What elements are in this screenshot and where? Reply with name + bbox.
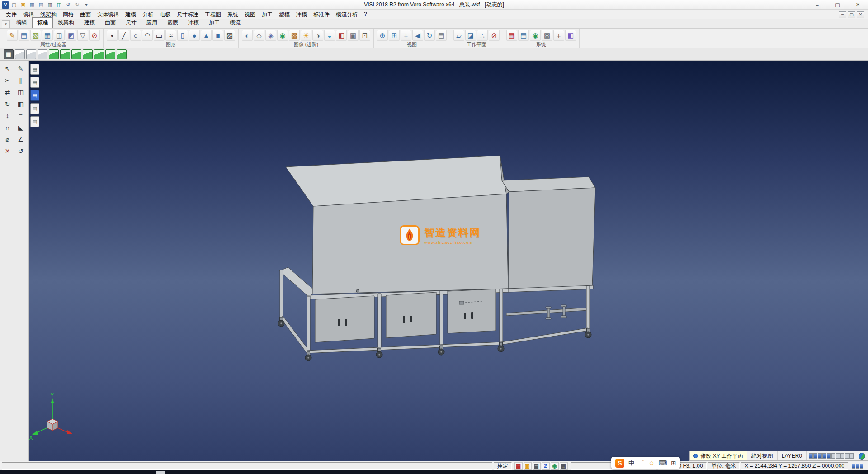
menu-flow-analysis[interactable]: 模流分析 bbox=[333, 9, 361, 20]
back-view-cube-icon[interactable] bbox=[71, 49, 81, 59]
status-world-icon[interactable]: ◉ bbox=[551, 462, 559, 470]
tab-surface[interactable]: 曲面 bbox=[100, 17, 121, 28]
trim-icon[interactable]: ✂ bbox=[1, 75, 14, 86]
cylinder-icon[interactable]: ▯ bbox=[177, 30, 188, 41]
workplane-3points-icon[interactable]: ∴ bbox=[477, 30, 488, 41]
status-snap-icon[interactable]: ▣ bbox=[524, 462, 532, 470]
curve-icon[interactable]: ≈ bbox=[165, 30, 176, 41]
maximize-button[interactable]: ▢ bbox=[827, 0, 848, 9]
close-button[interactable]: ✕ bbox=[848, 0, 868, 9]
view-list-icon[interactable]: ▤ bbox=[436, 30, 447, 41]
system-grid-icon[interactable]: ▩ bbox=[542, 30, 552, 41]
left-view-cube-icon[interactable] bbox=[83, 49, 93, 59]
right-view-cube-icon[interactable] bbox=[94, 49, 104, 59]
stretch-icon[interactable]: ↕ bbox=[1, 110, 14, 121]
regen-icon[interactable]: ↺ bbox=[14, 146, 27, 156]
filter-chip-icon-4[interactable]: ▤ bbox=[30, 103, 39, 114]
tab-molding[interactable]: 塑膜 bbox=[162, 17, 183, 28]
system-snap-icon[interactable]: + bbox=[553, 30, 564, 41]
table-top-corner[interactable] bbox=[279, 267, 316, 296]
rotate-view-icon[interactable]: ↻ bbox=[424, 30, 435, 41]
status-layers-icon[interactable]: ▤ bbox=[533, 462, 541, 470]
color-filter-icon[interactable]: ▧ bbox=[30, 30, 41, 41]
menu-machining[interactable]: 加工 bbox=[259, 9, 276, 20]
tab-standard[interactable]: 标准 bbox=[32, 17, 53, 28]
menu-standard-parts[interactable]: 标准件 bbox=[310, 9, 333, 20]
cone-icon[interactable]: ▲ bbox=[201, 30, 212, 41]
parallel-icon[interactable]: ∥ bbox=[14, 75, 27, 86]
iso-view-cube-icon[interactable] bbox=[49, 49, 59, 59]
undo-icon[interactable]: ↺ bbox=[64, 1, 72, 9]
mdi-minimize-button[interactable]: – bbox=[839, 11, 846, 18]
tab-application[interactable]: 应用 bbox=[142, 17, 162, 28]
mdi-close-button[interactable]: ✕ bbox=[857, 11, 864, 18]
save-all-icon[interactable]: ▤ bbox=[37, 1, 45, 9]
frame-rail-back[interactable] bbox=[506, 308, 588, 316]
menu-help[interactable]: ? bbox=[361, 9, 370, 20]
frame-leg-front-4[interactable] bbox=[500, 289, 503, 345]
lights-icon[interactable]: ☀ bbox=[301, 30, 311, 41]
viewport-3d[interactable]: Y X ▤▤▤▤▤ 智造资料网 www.zhizaoziliao.com bbox=[29, 61, 868, 461]
workplane-off-icon[interactable]: ⊘ bbox=[489, 30, 500, 41]
diameter-measure-icon[interactable]: ⌀ bbox=[1, 134, 14, 145]
surface-icon[interactable]: ▨ bbox=[224, 30, 235, 41]
cad-model-canvas[interactable]: Y X bbox=[29, 61, 868, 461]
angle-measure-icon[interactable]: ∠ bbox=[14, 134, 27, 145]
tab-edit[interactable]: 编辑 bbox=[11, 17, 32, 28]
filter-reset-icon[interactable]: ⊘ bbox=[89, 30, 100, 41]
ime-toolbox-icon[interactable]: ⊞ bbox=[671, 460, 676, 466]
tab-die[interactable]: 冲模 bbox=[183, 17, 204, 28]
system-colors-icon[interactable]: ▦ bbox=[506, 30, 517, 41]
preview-icon[interactable]: ◫ bbox=[55, 1, 63, 9]
render-icon[interactable]: ◉ bbox=[277, 30, 288, 41]
delete-icon[interactable]: ✕ bbox=[1, 146, 14, 156]
filter-chip-icon-5[interactable]: ▤ bbox=[30, 116, 39, 127]
layer-filter-icon[interactable]: ▦ bbox=[42, 30, 53, 41]
minimize-button[interactable]: – bbox=[807, 0, 827, 9]
front-panel-3[interactable] bbox=[448, 289, 496, 333]
open-file-icon[interactable]: ▣ bbox=[19, 1, 27, 9]
element-filter-icon[interactable]: ◫ bbox=[54, 30, 65, 41]
transparency-icon[interactable]: ◒ bbox=[324, 30, 335, 41]
zoom-window-icon[interactable]: ⊞ bbox=[389, 30, 400, 41]
frame-leg-back-left[interactable] bbox=[280, 270, 283, 318]
redo-icon[interactable]: ↻ bbox=[73, 1, 81, 9]
bottom-view-cube-icon[interactable] bbox=[117, 49, 127, 59]
previous-view-icon[interactable]: ◀ bbox=[412, 30, 423, 41]
zoom-all-icon[interactable]: ⊕ bbox=[377, 30, 388, 41]
system-layers-icon[interactable]: ▤ bbox=[518, 30, 529, 41]
sogou-logo-icon[interactable]: S bbox=[615, 459, 624, 468]
ime-lang-indicator[interactable]: 中 bbox=[628, 460, 634, 466]
workplane-standard-icon[interactable]: ▱ bbox=[453, 30, 464, 41]
tab-overflow-arrow-icon[interactable]: ▾ bbox=[2, 20, 10, 28]
wireframe-mode-icon[interactable]: ◇ bbox=[254, 30, 264, 41]
mask-filter-icon[interactable]: ▽ bbox=[77, 30, 88, 41]
menu-die[interactable]: 冲模 bbox=[293, 9, 310, 20]
rotate-icon[interactable]: ↻ bbox=[1, 99, 14, 109]
tab-dimension[interactable]: 尺寸 bbox=[121, 17, 142, 28]
frame-rail-bottom-right[interactable] bbox=[502, 328, 588, 345]
view-mode-cell[interactable]: 绝对视图 bbox=[747, 451, 778, 460]
edit-geometry-icon[interactable]: ✎ bbox=[14, 63, 27, 74]
shaded-mode-icon[interactable]: ◐ bbox=[242, 30, 253, 41]
frame-leg-front-2[interactable] bbox=[378, 294, 381, 350]
sphere-icon[interactable]: ● bbox=[189, 30, 200, 41]
line-icon[interactable]: ╱ bbox=[118, 30, 129, 41]
offset-icon[interactable]: ≡ bbox=[14, 110, 27, 121]
capture-icon[interactable]: ⊡ bbox=[359, 30, 370, 41]
arc-icon[interactable]: ◠ bbox=[142, 30, 153, 41]
windows-taskbar[interactable] bbox=[0, 470, 868, 474]
mdi-restore-button[interactable]: ▢ bbox=[848, 11, 855, 18]
print-icon[interactable]: ▥ bbox=[46, 1, 54, 9]
copy-icon[interactable]: ◫ bbox=[14, 87, 27, 98]
filter-chip-icon-3[interactable]: ▤ bbox=[30, 90, 39, 101]
fillet-icon[interactable]: ∩ bbox=[1, 122, 14, 133]
frame-rail-bottom-front[interactable] bbox=[307, 342, 502, 353]
tab-machining[interactable]: 加工 bbox=[204, 17, 225, 28]
machine-assembly-model[interactable] bbox=[278, 156, 595, 361]
status-display-icon[interactable]: ▩ bbox=[560, 462, 568, 470]
ime-keyboard-icon[interactable]: ⌨ bbox=[659, 460, 667, 466]
ime-punctuation-icon[interactable]: ゜ bbox=[638, 460, 644, 466]
workplane-entity-icon[interactable]: ◪ bbox=[465, 30, 476, 41]
point-icon[interactable]: • bbox=[107, 30, 118, 41]
